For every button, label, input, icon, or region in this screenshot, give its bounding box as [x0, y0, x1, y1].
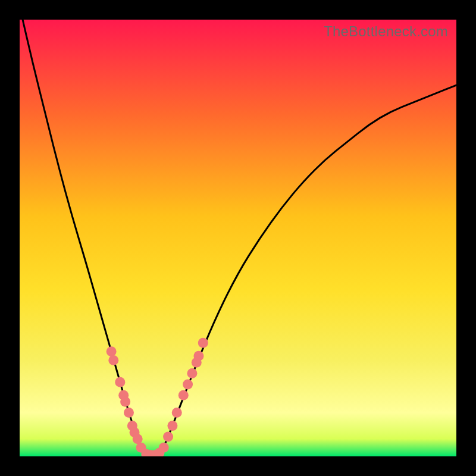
data-marker: [159, 443, 169, 453]
bottleneck-curve: [20, 20, 456, 456]
data-marker: [120, 397, 130, 407]
data-marker: [107, 346, 117, 356]
data-marker: [193, 351, 203, 361]
data-marker: [124, 408, 134, 418]
data-marker: [183, 379, 193, 389]
data-marker: [163, 431, 173, 441]
data-marker: [108, 355, 118, 365]
data-marker: [172, 408, 182, 418]
data-marker: [133, 434, 143, 444]
data-marker: [187, 368, 197, 378]
data-marker: [198, 338, 208, 348]
data-marker: [167, 421, 177, 431]
watermark-text: TheBottleneck.com: [324, 23, 448, 40]
data-marker: [178, 390, 189, 400]
curve-layer: [20, 20, 456, 456]
data-marker: [115, 377, 125, 387]
plot-area: TheBottleneck.com: [20, 20, 456, 456]
chart-container: TheBottleneck.com: [0, 0, 476, 476]
